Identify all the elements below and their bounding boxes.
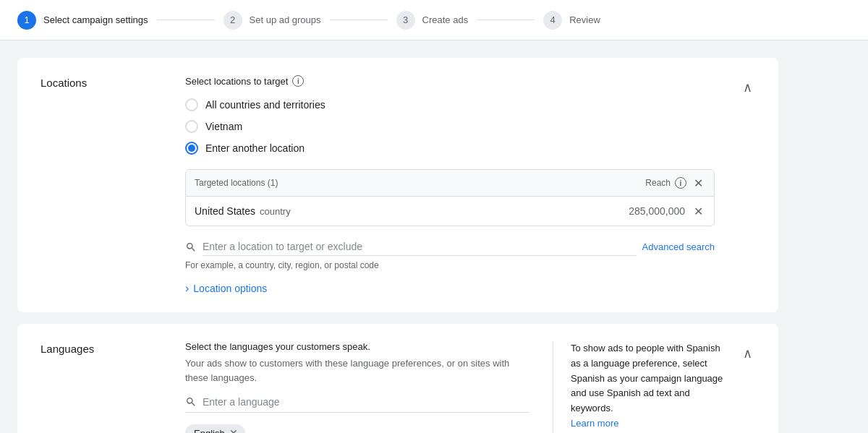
location-search-input[interactable]: [203, 238, 637, 256]
step-3-label: Create ads: [422, 14, 469, 25]
step-2-number: 2: [224, 11, 242, 30]
step-3-number: 3: [396, 11, 415, 30]
step-divider-3: [477, 20, 535, 20]
radio-all-countries[interactable]: All countries and territories: [185, 98, 715, 111]
search-icon: [185, 241, 197, 253]
step-3[interactable]: 3 Create ads: [396, 11, 469, 30]
remove-location-button[interactable]: ✕: [691, 204, 705, 218]
location-type: country: [260, 206, 291, 217]
location-options-label: Location options: [193, 283, 267, 294]
row-right: 285,000,000 ✕: [629, 204, 705, 218]
radio-label-vietnam: Vietnam: [205, 121, 242, 132]
radio-label-all-countries: All countries and territories: [205, 99, 326, 111]
search-hint: For example, a country, city, region, or…: [185, 260, 715, 270]
chevron-down-icon: ›: [185, 282, 189, 295]
languages-label: Languages: [41, 341, 185, 433]
language-search-icon: [185, 396, 197, 408]
advanced-search-link[interactable]: Advanced search: [642, 241, 715, 252]
languages-sub-description: Your ads show to customers with these la…: [185, 356, 529, 385]
locations-card: Locations Select locations to target i A…: [17, 58, 778, 312]
locations-label: Locations: [41, 75, 185, 295]
location-radio-group: All countries and territories Vietnam En…: [185, 98, 715, 155]
step-4-number: 4: [543, 11, 562, 30]
targeted-locations-table: Targeted locations (1) Reach i ✕ United …: [185, 169, 715, 226]
step-2-label: Set up ad groups: [250, 14, 321, 25]
english-tag: English ✕: [185, 424, 245, 433]
info-icon[interactable]: i: [292, 75, 304, 87]
radio-label-enter-location: Enter another location: [205, 142, 305, 154]
step-4[interactable]: 4 Review: [543, 11, 600, 30]
language-search-box: [185, 396, 529, 413]
location-name: United States: [195, 205, 255, 217]
collapse-button[interactable]: ∧: [740, 77, 755, 98]
step-2[interactable]: 2 Set up ad groups: [224, 11, 321, 30]
languages-side: To show ads to people with Spanish as a …: [553, 341, 726, 433]
languages-main: Select the languages your customers spea…: [185, 341, 541, 433]
radio-circle-all-countries: [185, 98, 198, 111]
location-options-toggle[interactable]: › Location options: [185, 282, 267, 295]
location-search-box: Advanced search: [185, 238, 715, 256]
languages-side-text: To show ads to people with Spanish as a …: [571, 343, 723, 413]
language-search-input[interactable]: [203, 396, 529, 408]
locations-card-body: Locations Select locations to target i A…: [17, 58, 778, 312]
table-row: United States country 285,000,000 ✕: [186, 197, 714, 226]
targeted-locations-header-left: Targeted locations (1): [195, 178, 278, 188]
locations-collapse: ∧: [726, 75, 755, 295]
locations-section-title: Select locations to target i: [185, 75, 715, 87]
reach-header-text: Reach: [645, 178, 671, 188]
step-1-number: 1: [17, 11, 36, 30]
language-tags: English ✕: [185, 424, 529, 433]
locations-main: Select locations to target i All countri…: [185, 75, 726, 295]
main-content: Locations Select locations to target i A…: [0, 40, 796, 433]
languages-collapse: ∧: [726, 341, 755, 433]
select-locations-text: Select locations to target: [185, 76, 288, 87]
locations-table-header: Targeted locations (1) Reach i ✕: [186, 170, 714, 197]
reach-info-icon[interactable]: i: [675, 177, 686, 189]
languages-description: Select the languages your customers spea…: [185, 341, 529, 352]
radio-enter-location[interactable]: Enter another location: [185, 142, 715, 155]
radio-vietnam[interactable]: Vietnam: [185, 120, 715, 133]
row-left: United States country: [195, 205, 291, 217]
radio-circle-enter-location: [185, 142, 198, 155]
remove-english-tag-button[interactable]: ✕: [229, 427, 238, 433]
step-1[interactable]: 1 Select campaign settings: [17, 11, 148, 30]
step-4-label: Review: [569, 14, 600, 25]
languages-collapse-button[interactable]: ∧: [740, 343, 755, 364]
step-divider-1: [157, 20, 215, 20]
step-divider-2: [330, 20, 388, 20]
radio-circle-vietnam: [185, 120, 198, 133]
location-reach: 285,000,000: [629, 205, 685, 217]
languages-card: Languages Select the languages your cust…: [17, 324, 778, 433]
learn-more-link[interactable]: Learn more: [571, 418, 618, 429]
stepper: 1 Select campaign settings 2 Set up ad g…: [0, 0, 868, 40]
step-1-label: Select campaign settings: [43, 14, 148, 25]
clear-all-button[interactable]: ✕: [691, 176, 705, 190]
english-tag-label: English: [194, 428, 225, 434]
languages-card-body: Languages Select the languages your cust…: [17, 324, 778, 433]
header-right: Reach i ✕: [645, 176, 705, 190]
